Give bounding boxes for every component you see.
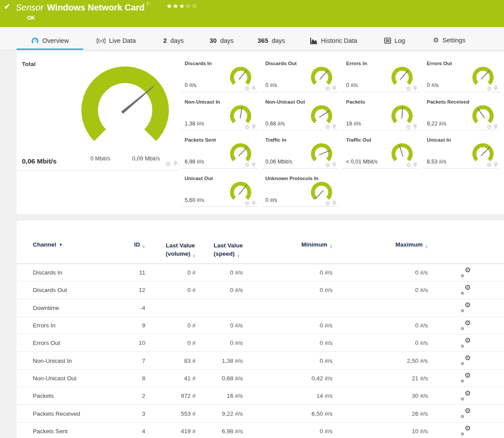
tab-overview[interactable]: Overview <box>17 37 83 50</box>
mini-gauge-cell: Errors Out 0 #/s ⚙ <box>423 58 504 97</box>
priority-stars[interactable]: ★★★☆☆ <box>166 2 198 10</box>
channel-speed: 16 #/s <box>196 387 243 405</box>
channel-edit-gears-icon[interactable]: ⚙⚙ <box>461 302 471 312</box>
mini-gauge-label: Packets <box>346 99 365 104</box>
divider <box>342 92 420 92</box>
table-row[interactable]: Non-Unicast In 7 83 # 1,38 #/s 0 #/s 2,5… <box>17 352 504 369</box>
table-row[interactable]: Packets Sent 4 419 # 6,98 #/s 0 #/s 10 #… <box>17 422 504 438</box>
channel-settings-gear-icon[interactable]: ⚙ <box>245 201 250 206</box>
mini-gauge-needle <box>319 70 327 80</box>
total-gauge-label: Total <box>22 61 35 67</box>
channel-settings-gear-icon[interactable]: ⚙ <box>325 86 330 91</box>
channel-name: Non-Unicast In <box>17 352 119 369</box>
tab-log[interactable]: Log <box>384 37 405 50</box>
channel-edit-gears-icon[interactable]: ⚙⚙ <box>461 426 471 435</box>
total-gauge-scale-min: 0 Mbit/s <box>66 155 110 162</box>
broadcast-icon <box>97 38 105 44</box>
page-title: Windows Network Card <box>47 3 144 12</box>
mini-gauge-label: Discards Out <box>266 61 297 66</box>
mini-gauge-label: Non-Unicast In <box>185 99 220 104</box>
channel-settings-gear-icon[interactable]: ⚙ <box>325 125 330 130</box>
channel-volume: 0 # <box>145 264 196 282</box>
sort-desc-icon: ▼ <box>59 243 63 247</box>
col-header-maximum[interactable]: Maximum▲▼ <box>332 221 428 264</box>
tab-365-days[interactable]: 365 days <box>258 37 285 50</box>
tab-historic-data[interactable]: Historic Data <box>310 37 357 50</box>
divider <box>423 130 500 130</box>
col-header-minimum[interactable]: Minimum▲▼ <box>243 221 332 264</box>
channel-min <box>243 299 332 316</box>
table-row[interactable]: Errors Out 10 0 # 0 #/s 0 #/s 0 #/s ⚙⚙ <box>17 334 504 352</box>
total-gauge-settings-gear-icon[interactable]: ⚙ <box>165 161 171 167</box>
mini-gauge-grid: Discards In 0 #/s ⚙ Discards Out 0 #/s ⚙… <box>181 58 504 211</box>
tab-2-days[interactable]: 2 days <box>163 37 184 50</box>
channel-edit-gears-icon[interactable]: ⚙⚙ <box>461 338 471 347</box>
channel-edit-gears-icon[interactable]: ⚙⚙ <box>461 391 471 400</box>
tab-30-days[interactable]: 30 days <box>210 37 234 50</box>
mini-gauge-cell: Traffic Out < 0,01 Mbit/s ⚙ <box>342 135 423 173</box>
table-row[interactable]: Packets 2 972 # 16 #/s 14 #/s 30 #/s ⚙⚙ <box>17 387 504 405</box>
mini-gauge-value: 8,53 #/s <box>427 159 446 165</box>
table-row[interactable]: Discards Out 12 0 # 0 #/s 0 #/s 0 #/s ⚙⚙ <box>17 282 504 299</box>
total-gauge-pin-icon[interactable] <box>173 160 178 168</box>
channel-name: Packets Received <box>17 405 119 422</box>
divider <box>342 168 420 169</box>
table-row[interactable]: Packets Received 3 553 # 9,22 #/s 6,50 #… <box>17 405 504 422</box>
divider <box>17 170 179 171</box>
channel-settings-gear-icon[interactable]: ⚙ <box>406 86 411 91</box>
col-header-channel[interactable]: Channel▼ <box>17 221 119 264</box>
mini-gauge-label: Traffic In <box>266 137 287 143</box>
channel-edit-gears-icon[interactable]: ⚙⚙ <box>461 285 471 294</box>
channel-min: 0 #/s <box>243 334 332 352</box>
table-row[interactable]: Non-Unicast Out 8 41 # 0,68 #/s 0,42 #/s… <box>17 369 504 387</box>
col-header-last-value-volume[interactable]: Last Value (volume)▲▼ <box>145 221 196 264</box>
channel-settings-gear-icon[interactable]: ⚙ <box>245 86 250 91</box>
channel-settings-gear-icon[interactable]: ⚙ <box>325 163 330 168</box>
col-header-id[interactable]: ID▲▼ <box>119 221 145 264</box>
table-row[interactable]: Discards In 11 0 # 0 #/s 0 #/s 0 #/s ⚙⚙ <box>17 264 504 282</box>
sensor-header: ✔ SensorWindows Network Card⚐ ★★★☆☆ OK <box>0 0 504 27</box>
sort-icon: ▲▼ <box>237 254 240 258</box>
channel-settings-gear-icon[interactable]: ⚙ <box>245 163 250 168</box>
status-ok-check-icon: ✔ <box>4 2 10 11</box>
channel-edit-gears-icon[interactable]: ⚙⚙ <box>461 268 471 277</box>
gauges-panel: Total 0 Mbit/s 0,09 Mbit/s 0,06 Mbit/s ⚙… <box>17 52 504 214</box>
divider <box>423 92 500 92</box>
channel-settings-gear-icon[interactable]: ⚙ <box>486 163 492 168</box>
col-header-last-value-speed[interactable]: Last Value (speed)▲▼ <box>196 221 243 264</box>
channel-id: 12 <box>119 282 145 299</box>
channel-min: 0 #/s <box>243 316 332 334</box>
total-gauge[interactable] <box>80 66 170 144</box>
channel-name: Discards Out <box>17 282 119 299</box>
table-row[interactable]: Downtime -4 ⚙⚙ <box>17 299 504 316</box>
sort-icon: ▲▼ <box>329 244 332 249</box>
channel-speed <box>196 299 243 316</box>
mini-gauge-needle <box>481 147 489 156</box>
mini-gauge-needle <box>315 190 323 199</box>
channel-name: Errors In <box>17 316 119 334</box>
channel-edit-gears-icon[interactable]: ⚙⚙ <box>461 355 471 365</box>
channel-settings-gear-icon[interactable]: ⚙ <box>325 201 330 206</box>
channel-edit-gears-icon[interactable]: ⚙⚙ <box>461 373 471 382</box>
channel-edit-gears-icon[interactable]: ⚙⚙ <box>461 320 471 330</box>
mini-gauge-cell: Traffic In 0,06 Mbit/s ⚙ <box>262 135 343 173</box>
mini-gauge-value: 0 #/s <box>266 82 277 88</box>
mini-gauge-cell: Errors In 0 #/s ⚙ <box>342 58 423 97</box>
mini-gauge-cell: Non-Unicast Out 0,68 #/s ⚙ <box>262 97 343 135</box>
channel-settings-gear-icon[interactable]: ⚙ <box>486 86 492 91</box>
channel-edit-gears-icon[interactable]: ⚙⚙ <box>461 408 471 417</box>
tab-live-data[interactable]: Live Data <box>97 37 136 50</box>
channel-speed: 9,22 #/s <box>196 405 243 422</box>
channel-max: 10 #/s <box>332 422 428 438</box>
divider <box>423 168 500 169</box>
tab-settings[interactable]: ⚙ Settings <box>433 36 466 50</box>
channel-settings-gear-icon[interactable]: ⚙ <box>406 125 411 130</box>
table-row[interactable]: Errors In 9 0 # 0 #/s 0 #/s 0 #/s ⚙⚙ <box>17 316 504 334</box>
flag-icon[interactable]: ⚐ <box>146 1 151 7</box>
channel-settings-gear-icon[interactable]: ⚙ <box>245 125 250 130</box>
channel-min: 0 #/s <box>243 352 332 369</box>
sensor-title-line: SensorWindows Network Card⚐ <box>16 1 151 13</box>
channel-settings-gear-icon[interactable]: ⚙ <box>486 125 492 130</box>
channel-settings-gear-icon[interactable]: ⚙ <box>406 163 411 168</box>
channel-max: 2,50 #/s <box>332 352 428 369</box>
